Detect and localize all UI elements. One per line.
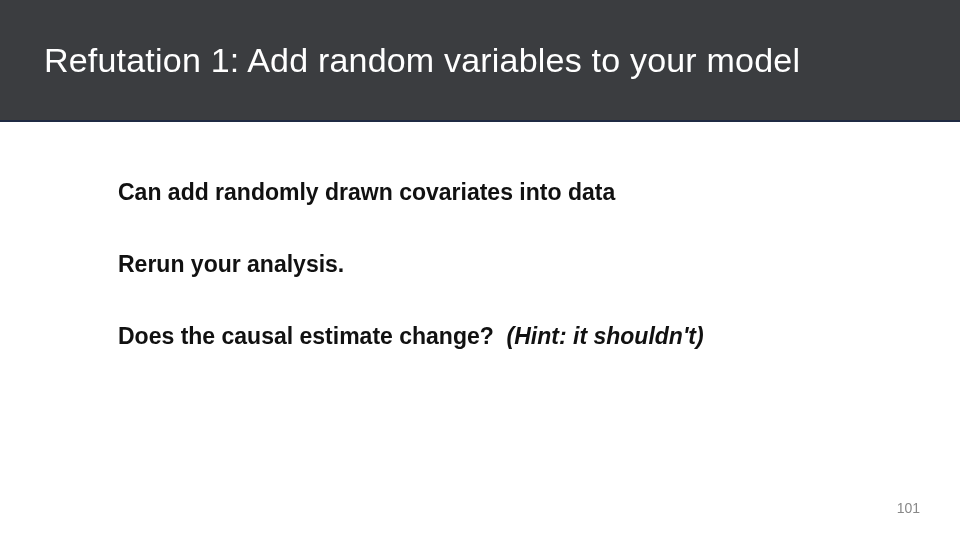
slide-header: Refutation 1: Add random variables to yo… (0, 0, 960, 122)
bullet-2: Rerun your analysis. (118, 250, 900, 280)
page-number: 101 (897, 500, 920, 516)
bullet-3: Does the causal estimate change? (Hint: … (118, 322, 900, 352)
slide: Refutation 1: Add random variables to yo… (0, 0, 960, 540)
bullet-1: Can add randomly drawn covariates into d… (118, 178, 900, 208)
slide-body: Can add randomly drawn covariates into d… (118, 150, 900, 352)
slide-title: Refutation 1: Add random variables to yo… (44, 39, 800, 82)
bullet-3-text: Does the causal estimate change? (118, 323, 494, 349)
bullet-3-hint: (Hint: it shouldn't) (507, 323, 704, 349)
